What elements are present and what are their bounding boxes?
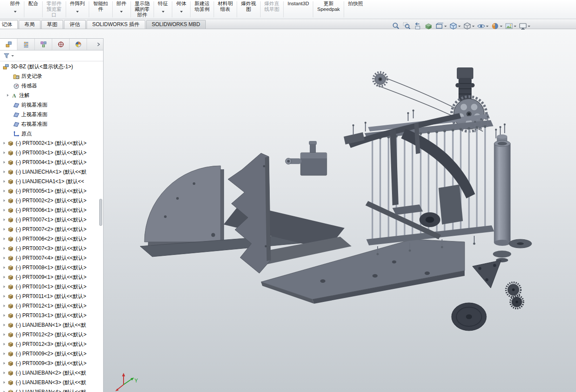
doc-tab-0[interactable]: 记体 xyxy=(0,20,18,29)
doc-tab-5[interactable]: SOLIDWORKS MBD xyxy=(146,20,206,29)
expand-arrow-icon[interactable] xyxy=(3,199,5,202)
hud-button-3d-drawing-view[interactable] xyxy=(434,21,448,31)
tree-item-component[interactable]: (-) LIANJIEBAN<4> (默认<<默 xyxy=(0,387,103,392)
expand-arrow-icon[interactable] xyxy=(3,372,5,374)
tree-item-component[interactable]: (-) LIANJIECHA1<1> (默认<< xyxy=(0,177,103,186)
tree-item-component[interactable]: (-) PRT0006<1> (默认<<默认> xyxy=(0,205,103,215)
tree-item-component[interactable]: (-) PRT0002<2> (默认<<默认> xyxy=(0,196,103,205)
expand-arrow-icon[interactable] xyxy=(7,94,9,97)
expand-arrow-icon[interactable] xyxy=(3,257,5,259)
expand-arrow-icon[interactable] xyxy=(3,333,5,336)
tree-item-component[interactable]: (-) PRT0009<3> (默认<<默认> xyxy=(0,358,103,368)
tree-item-component[interactable]: (-) PRT0010<1> (默认<<默认> xyxy=(0,282,103,291)
ribbon-button-8[interactable]: 何体 xyxy=(173,0,189,19)
expand-arrow-icon[interactable] xyxy=(3,247,5,250)
tree-item-component[interactable]: (-) PRT0003<1> (默认<<默认> xyxy=(0,148,103,157)
ribbon-button-3[interactable]: 件阵列 xyxy=(67,0,88,19)
hud-button-previous-view[interactable] xyxy=(412,21,423,31)
hud-button-zoom-area[interactable] xyxy=(402,21,412,31)
hud-button-view-orientation[interactable] xyxy=(448,21,462,31)
expand-arrow-icon[interactable] xyxy=(3,343,5,345)
tree-item-component[interactable]: (-) PRT0009<2> (默认<<默认> xyxy=(0,349,103,358)
expand-arrow-icon[interactable] xyxy=(3,190,5,192)
tree-item[interactable]: 上视基准面 xyxy=(0,110,103,119)
tree-item-component[interactable]: (-) PRT0002<1> (默认<<默认> xyxy=(0,138,103,148)
expand-arrow-icon[interactable] xyxy=(3,228,5,231)
panel-collapse-button[interactable] xyxy=(94,39,103,50)
expand-arrow-icon[interactable] xyxy=(3,276,5,278)
tree-item-component[interactable]: (-) PRT0012<1> (默认<<默认> xyxy=(0,301,103,311)
expand-arrow-icon[interactable] xyxy=(3,324,5,326)
tree-item[interactable]: 3D-BZ (默认<显示状态-1>) xyxy=(0,62,103,71)
panel-tab-dimxpertmanager[interactable] xyxy=(52,39,70,50)
expand-arrow-icon[interactable] xyxy=(3,171,5,173)
hud-button-section-view[interactable] xyxy=(423,21,434,31)
tree-item-component[interactable]: (-) LIANJIECHA<1> (默认<<默 xyxy=(0,167,103,177)
ribbon-button-2[interactable]: 零部件预览窗口 xyxy=(44,0,65,19)
expand-arrow-icon[interactable] xyxy=(3,295,5,298)
tree-item-component[interactable]: (-) PRT0011<1> (默认<<默认> xyxy=(0,291,103,301)
ribbon-button-10[interactable]: 材料明细表 xyxy=(215,0,236,19)
expand-arrow-icon[interactable] xyxy=(3,218,5,221)
ribbon-button-1[interactable]: 配合 xyxy=(25,0,41,19)
hud-button-hide-show-items[interactable] xyxy=(476,21,489,31)
doc-tab-1[interactable]: 布局 xyxy=(19,20,40,29)
ribbon-button-15[interactable]: 拍快照 xyxy=(345,0,366,19)
expand-arrow-icon[interactable] xyxy=(3,362,5,365)
tree-item-component[interactable]: (-) PRT0012<3> (默认<<默认> xyxy=(0,339,103,349)
tree-item-component[interactable]: (-) LIANJIEBAN<2> (默认<<默 xyxy=(0,368,103,378)
filter-bar[interactable] xyxy=(0,50,103,61)
panel-tab-propertymanager[interactable] xyxy=(17,39,35,50)
ribbon-button-6[interactable]: 显示隐藏的零部件 xyxy=(132,0,153,19)
expand-arrow-icon[interactable] xyxy=(3,142,5,144)
tree-item-component[interactable]: (-) LIANJIEBAN<1> (默认<<默 xyxy=(0,320,103,330)
tree-item-component[interactable]: (-) PRT0007<4> (默认<<默认> xyxy=(0,253,103,263)
expand-arrow-icon[interactable] xyxy=(3,305,5,307)
ribbon-button-12[interactable]: 爆炸直线草图 xyxy=(261,0,283,19)
tree-item-component[interactable]: (-) PRT0007<2> (默认<<默认> xyxy=(0,224,103,234)
tree-item-component[interactable]: (-) PRT0007<1> (默认<<默认> xyxy=(0,215,103,224)
expand-arrow-icon[interactable] xyxy=(3,161,5,164)
tree-item-component[interactable]: (-) PRT0005<1> (默认<<默认> xyxy=(0,186,103,196)
hud-button-apply-scene[interactable] xyxy=(504,21,517,31)
tree-item[interactable]: 右视基准面 xyxy=(0,119,103,129)
doc-tab-4[interactable]: SOLIDWORKS 插件 xyxy=(87,20,145,29)
ribbon-button-4[interactable]: 智能扣件 xyxy=(90,0,111,19)
tree-item-component[interactable]: (-) PRT0009<1> (默认<<默认> xyxy=(0,272,103,282)
doc-tab-2[interactable]: 草图 xyxy=(41,20,63,29)
expand-arrow-icon[interactable] xyxy=(3,352,5,355)
panel-tab-featuremanager-tree[interactable] xyxy=(0,39,17,50)
tree-item[interactable]: 原点 xyxy=(0,129,103,138)
hud-button-view-settings[interactable] xyxy=(518,21,531,31)
tree-item-component[interactable]: (-) PRT0012<2> (默认<<默认> xyxy=(0,330,103,339)
expand-arrow-icon[interactable] xyxy=(3,209,5,211)
expand-arrow-icon[interactable] xyxy=(3,151,5,154)
ribbon-button-5[interactable]: 部件 xyxy=(114,0,130,19)
ribbon-button-7[interactable]: 特征 xyxy=(155,0,171,19)
tree-item-component[interactable]: (-) PRT0004<1> (默认<<默认> xyxy=(0,157,103,167)
tree-item-component[interactable]: (-) PRT0013<1> (默认<<默认> xyxy=(0,311,103,320)
expand-arrow-icon[interactable] xyxy=(3,381,5,384)
tree-item-component[interactable]: (-) PRT0006<2> (默认<<默认> xyxy=(0,234,103,244)
tree-item-component[interactable]: (-) PRT0007<3> (默认<<默认> xyxy=(0,244,103,253)
tree-item-component[interactable]: (-) PRT0008<1> (默认<<默认> xyxy=(0,263,103,272)
ribbon-button-14[interactable]: 更新Speedpak xyxy=(314,0,343,19)
tree-item[interactable]: 前视基准面 xyxy=(0,100,103,110)
tree-item[interactable]: 传感器 xyxy=(0,81,103,90)
expand-arrow-icon[interactable] xyxy=(3,180,5,183)
expand-arrow-icon[interactable] xyxy=(3,285,5,288)
expand-arrow-icon[interactable] xyxy=(3,314,5,317)
hud-button-zoom-fit[interactable] xyxy=(391,21,401,31)
hud-button-edit-appearance[interactable] xyxy=(490,21,503,31)
expand-arrow-icon[interactable] xyxy=(3,266,5,269)
ribbon-button-0[interactable]: 部件 xyxy=(7,0,23,19)
tree-item[interactable]: 历史记录 xyxy=(0,71,103,81)
panel-tab-configurationmanager[interactable] xyxy=(35,39,52,50)
tree-item[interactable]: A注解 xyxy=(0,90,103,100)
panel-tab-displaymanager[interactable] xyxy=(70,39,87,50)
expand-arrow-icon[interactable] xyxy=(3,238,5,240)
ribbon-button-13[interactable]: Instant3D xyxy=(285,0,312,19)
ribbon-button-11[interactable]: 爆炸视图 xyxy=(238,0,259,19)
tree-item-component[interactable]: (-) LIANJIEBAN<3> (默认<<默 xyxy=(0,378,103,387)
hud-button-display-style[interactable] xyxy=(462,21,476,31)
